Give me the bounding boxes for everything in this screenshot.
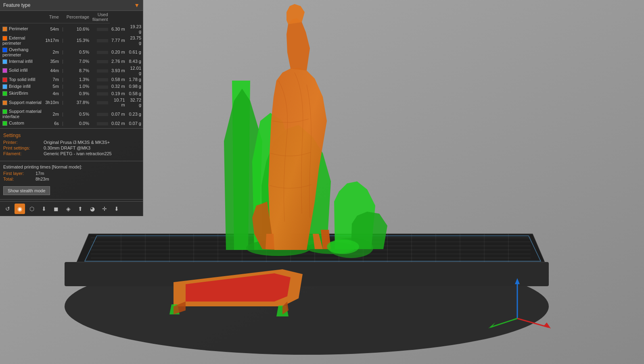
col-pct [61, 11, 65, 23]
feature-weight-6: 0.98 g [127, 83, 143, 90]
color-swatch-5 [2, 77, 7, 82]
feature-weight-1: 23.75 g [127, 35, 143, 46]
feature-row-8[interactable]: Support material3h10m|37.8%10.71 m32.72 … [0, 97, 143, 108]
feature-pct-7: 0.9% [65, 90, 91, 97]
first-layer-label: First layer: [3, 171, 36, 176]
feature-label-6: Bridge infill [0, 83, 44, 90]
feature-len-10: 0.02 m [110, 120, 127, 127]
feature-len-6: 0.32 m [110, 83, 127, 90]
print-settings-value: 0.30mm DRAFT @MK3 [44, 146, 90, 150]
feature-pct-6: 1.0% [65, 83, 91, 90]
feature-weight-9: 0.23 g [127, 108, 143, 120]
panel-title: Feature type [3, 2, 30, 8]
feature-weight-0: 19.23 g [127, 23, 143, 35]
feature-len-4: 3.93 m [110, 65, 127, 76]
filament-row: Filament: Generic PETG - ivan retraction… [3, 151, 140, 156]
settings-title: Settings [3, 133, 140, 138]
filament-value: Generic PETG - ivan retraction225 [44, 151, 112, 156]
feature-len-3: 2.76 m [110, 58, 127, 65]
feature-len-0: 6.30 m [110, 23, 127, 35]
feature-time-0: 54m [44, 23, 61, 35]
color-swatch-4 [2, 68, 7, 73]
toolbar-icon-5[interactable]: ◈ [63, 204, 73, 214]
feature-pct-8: 37.8% [65, 97, 91, 108]
feature-row-7[interactable]: Skirt/Brim4m|0.9%0.19 m0.58 g [0, 90, 143, 97]
feature-time-6: 5m [44, 83, 61, 90]
feature-bar-5 [91, 76, 110, 83]
toolbar-icon-3[interactable]: ⬇ [39, 204, 49, 214]
toolbar-icon-1[interactable]: ◉ [15, 204, 25, 214]
feature-sep-3: | [61, 58, 65, 65]
feature-len-1: 7.77 m [110, 35, 127, 46]
color-swatch-2 [2, 48, 7, 52]
print-times-section: Estimated printing times [Normal mode]: … [0, 163, 143, 184]
toolbar-icon-2[interactable]: ⬡ [27, 204, 37, 214]
col-time: Time [44, 11, 61, 23]
feature-label-7: Skirt/Brim [0, 90, 44, 97]
svg-rect-2 [65, 262, 549, 286]
feature-table: Time Percentage Used filament Perimeter5… [0, 11, 143, 127]
printer-value: Original Prusa i3 MK3S & MK3S+ [44, 140, 110, 145]
total-value: 8h23m [36, 177, 49, 181]
feature-len-9: 0.07 m [110, 108, 127, 120]
first-layer-row: First layer: 17m [3, 171, 140, 176]
color-swatch-6 [2, 84, 7, 89]
feature-sep-0: | [61, 23, 65, 35]
feature-row-1[interactable]: External perimeter1h17m|15.3%7.77 m23.75… [0, 35, 143, 46]
feature-sep-9: | [61, 108, 65, 120]
print-settings-row: Print settings: 0.30mm DRAFT @MK3 [3, 146, 140, 150]
feature-bar-9 [91, 108, 110, 120]
toolbar-icon-8[interactable]: ✛ [99, 204, 110, 214]
feature-panel: Feature type ▼ Time Percentage Used fila… [0, 0, 143, 216]
feature-row-6[interactable]: Bridge infill5m|1.0%0.32 m0.98 g [0, 83, 143, 90]
feature-time-3: 35m [44, 58, 61, 65]
feature-label-8: Support material [0, 97, 44, 108]
feature-sep-10: | [61, 120, 65, 127]
printer-label: Printer: [3, 140, 44, 145]
panel-dropdown-arrow[interactable]: ▼ [134, 2, 140, 8]
toolbar-icon-7[interactable]: ◕ [87, 204, 98, 214]
feature-pct-5: 1.3% [65, 76, 91, 83]
feature-time-4: 44m [44, 65, 61, 76]
col-feature [0, 11, 44, 23]
feature-pct-2: 0.5% [65, 46, 91, 58]
feature-bar-6 [91, 83, 110, 90]
feature-label-10: Custom [0, 120, 44, 127]
toolbar-icon-4[interactable]: ◼ [51, 204, 61, 214]
feature-len-5: 0.58 m [110, 76, 127, 83]
filament-label: Filament: [3, 151, 44, 156]
panel-header[interactable]: Feature type ▼ [0, 0, 143, 11]
feature-weight-10: 0.07 g [127, 120, 143, 127]
color-swatch-3 [2, 59, 7, 64]
feature-row-9[interactable]: Support material interface2m|0.5%0.07 m0… [0, 108, 143, 120]
feature-label-9: Support material interface [0, 108, 44, 120]
feature-bar-7 [91, 90, 110, 97]
feature-time-7: 4m [44, 90, 61, 97]
svg-point-50 [327, 239, 359, 254]
feature-label-3: Internal infill [0, 58, 44, 65]
feature-row-0[interactable]: Perimeter54m|10.6%6.30 m19.23 g [0, 23, 143, 35]
feature-row-5[interactable]: Top solid infill7m|1.3%0.58 m1.78 g [0, 76, 143, 83]
toolbar-icon-9[interactable]: ⬇ [111, 204, 122, 214]
feature-label-2: Overhang perimeter [0, 46, 44, 58]
toolbar-icon-0[interactable]: ↺ [2, 204, 13, 214]
settings-section: Settings Printer: Original Prusa i3 MK3S… [0, 130, 143, 159]
feature-row-10[interactable]: Custom6s|0.0%0.02 m0.07 g [0, 120, 143, 127]
feature-row-3[interactable]: Internal infill35m|7.0%2.76 m8.43 g [0, 58, 143, 65]
toolbar-icon-6[interactable]: ⬆ [75, 204, 86, 214]
svg-marker-42 [266, 234, 274, 249]
print-times-title: Estimated printing times [Normal mode]: [3, 164, 140, 169]
feature-time-1: 1h17m [44, 35, 61, 46]
feature-row-4[interactable]: Solid infill44m|8.7%3.93 m12.01 g [0, 65, 143, 76]
feature-sep-1: | [61, 35, 65, 46]
col-used: Used filament [91, 11, 110, 23]
stealth-mode-button[interactable]: Show stealth mode [3, 186, 50, 195]
feature-sep-6: | [61, 83, 65, 90]
color-swatch-0 [2, 27, 7, 31]
feature-row-2[interactable]: Overhang perimeter2m|0.5%0.20 m0.61 g [0, 46, 143, 58]
feature-pct-0: 10.6% [65, 23, 91, 35]
feature-len-8: 10.71 m [110, 97, 127, 108]
feature-label-4: Solid infill [0, 65, 44, 76]
feature-pct-9: 0.5% [65, 108, 91, 120]
feature-len-2: 0.20 m [110, 46, 127, 58]
